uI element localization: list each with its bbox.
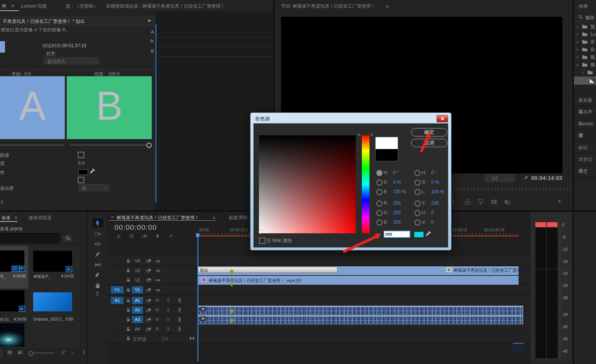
- mute-button[interactable]: M: [156, 298, 159, 303]
- hsb-s-value[interactable]: 0 %: [393, 180, 401, 185]
- eyedropper-icon[interactable]: [425, 231, 431, 237]
- sync-lock-icon[interactable]: [146, 258, 151, 264]
- radio-rgb-b[interactable]: [376, 220, 382, 226]
- timeline-settings-wrench-icon[interactable]: [168, 234, 173, 239]
- track-row-master[interactable]: [107, 334, 529, 343]
- eyedropper-icon[interactable]: [89, 168, 95, 174]
- meter-clip-indicator-left[interactable]: [535, 222, 546, 227]
- tab-audio-clip-mixer[interactable]: 音频剪辑混合器：树莓派不再是玩具！已经在工厂里使用！: [106, 3, 225, 10]
- radio-yuv-u[interactable]: [414, 210, 421, 216]
- add-marker-icon[interactable]: [116, 234, 121, 239]
- track-row-v1[interactable]: [107, 285, 529, 295]
- tab-effects[interactable]: 效果: [579, 3, 588, 10]
- lock-icon[interactable]: [126, 336, 131, 341]
- effects-search-input[interactable]: 划出: [585, 14, 594, 21]
- preview-image-b[interactable]: B: [67, 76, 152, 139]
- project-search-button[interactable]: [62, 234, 73, 243]
- tab-lumetri-scopes[interactable]: Lumetri 范围: [21, 3, 47, 10]
- radio-hsb-s[interactable]: [376, 180, 382, 186]
- track-row-v4[interactable]: [107, 256, 529, 266]
- tab-project-partial[interactable]: 命名: [2, 215, 11, 221]
- radio-hsl-s[interactable]: [414, 180, 421, 186]
- tab-media-browser[interactable]: 媒体浏览器: [29, 215, 51, 221]
- rgb-b-value[interactable]: 255: [393, 220, 401, 225]
- track-name-v2[interactable]: V2: [132, 277, 143, 284]
- source-patch-v1[interactable]: V1: [111, 286, 124, 293]
- tab-effect-controls-partial[interactable]: 件: [2, 3, 6, 10]
- linked-selection-icon[interactable]: [142, 234, 147, 239]
- rgb-r-value[interactable]: 255: [393, 200, 401, 206]
- chevron-down-icon[interactable]: ⌄: [71, 350, 74, 354]
- tree-row-video-transitions[interactable]: > 视: [576, 62, 595, 68]
- show-source-checkbox[interactable]: [78, 152, 84, 158]
- lift-icon[interactable]: [464, 199, 471, 205]
- radio-hsl-h[interactable]: [414, 170, 421, 176]
- export-frame-camera-icon[interactable]: [491, 199, 497, 205]
- mic-icon[interactable]: [177, 326, 182, 332]
- mic-icon[interactable]: [177, 317, 182, 322]
- sync-lock-icon[interactable]: [146, 268, 151, 273]
- dialog-close-button[interactable]: [437, 115, 448, 122]
- transition-wipe-bar[interactable]: 划出: [198, 267, 337, 273]
- list-item[interactable]: Snipaste_2020-1_ 5:00: [33, 290, 75, 332]
- hue-slider-right-arrow-icon[interactable]: <: [371, 133, 373, 137]
- start-slider[interactable]: [0, 145, 64, 145]
- sync-lock-icon[interactable]: [146, 308, 151, 313]
- playhead-line[interactable]: [198, 233, 198, 361]
- end-value[interactable]: 100.0: [108, 71, 120, 77]
- color-field-selector[interactable]: [259, 230, 263, 234]
- zoom-slider-track[interactable]: [34, 353, 55, 353]
- radio-rgb-g[interactable]: [376, 210, 382, 216]
- radio-hsb-b[interactable]: [376, 189, 382, 195]
- sync-lock-icon[interactable]: [146, 277, 151, 283]
- list-item-selected[interactable]: 不_ 4:14:03: [0, 246, 28, 289]
- eye-icon[interactable]: [155, 277, 161, 283]
- source-patch-a1[interactable]: A1: [111, 297, 124, 304]
- type-tool-icon[interactable]: T: [95, 291, 99, 298]
- tree-row-audio-transitions[interactable]: > 音: [576, 47, 595, 53]
- hsl-s-value[interactable]: 0 %: [431, 180, 439, 185]
- end-slider-handle[interactable]: [146, 143, 152, 148]
- razor-tool-icon[interactable]: [95, 251, 101, 257]
- clip-fragment[interactable]: [513, 343, 524, 351]
- color-field[interactable]: [259, 135, 356, 233]
- sort-icon[interactable]: [61, 350, 67, 355]
- extract-icon[interactable]: [477, 199, 484, 205]
- hand-tool-icon[interactable]: [95, 282, 101, 289]
- program-timecode[interactable]: 00:04:14:03: [531, 175, 562, 181]
- lock-icon[interactable]: [126, 277, 131, 282]
- track-row-a4[interactable]: [107, 324, 529, 334]
- ripple-edit-tool-icon[interactable]: [95, 241, 101, 247]
- hsl-h-value[interactable]: 0 °: [431, 170, 437, 175]
- ok-button[interactable]: 确定: [411, 128, 447, 136]
- picked-color-swatch[interactable]: [414, 232, 424, 237]
- lock-icon[interactable]: [126, 317, 131, 322]
- selection-tool-active-box[interactable]: [92, 218, 104, 228]
- eye-icon[interactable]: [155, 258, 161, 264]
- sync-lock-icon[interactable]: [146, 298, 151, 303]
- tab-source-monitor[interactable]: 源：（无剪辑）: [66, 3, 98, 10]
- transition-thumbnail[interactable]: [0, 41, 5, 53]
- settings-wrench-icon[interactable]: [522, 175, 529, 181]
- solo-button[interactable]: S: [167, 327, 170, 331]
- solo-button[interactable]: S: [167, 317, 170, 322]
- preview-image-a[interactable]: A: [0, 76, 65, 139]
- tab-markers[interactable]: 标记: [574, 141, 596, 153]
- snap-magnet-icon[interactable]: [129, 234, 134, 239]
- panel-menu-icon[interactable]: ≡: [213, 215, 215, 221]
- hue-slider[interactable]: [362, 135, 369, 233]
- eye-icon[interactable]: [155, 268, 161, 274]
- track-name-a3[interactable]: A3: [132, 316, 143, 323]
- playback-resolution-dropdown[interactable]: 1/2 ⌄: [485, 175, 515, 182]
- web-colors-only-checkbox[interactable]: [259, 237, 265, 244]
- tab-info[interactable]: 信息: [574, 165, 596, 177]
- yuv-v-value[interactable]: 0: [431, 220, 434, 225]
- hsb-b-value[interactable]: 100 %: [393, 189, 406, 194]
- tab-lumetri-color[interactable]: Lumetri 颜: [574, 118, 596, 130]
- reverse-checkbox[interactable]: [78, 177, 84, 183]
- sync-lock-icon[interactable]: [146, 317, 151, 322]
- radio-hsb-h[interactable]: [376, 170, 382, 176]
- sync-lock-icon[interactable]: [146, 327, 151, 332]
- keyframe-bowtie-icon[interactable]: [189, 335, 195, 341]
- track-select-tool-icon[interactable]: [95, 231, 101, 237]
